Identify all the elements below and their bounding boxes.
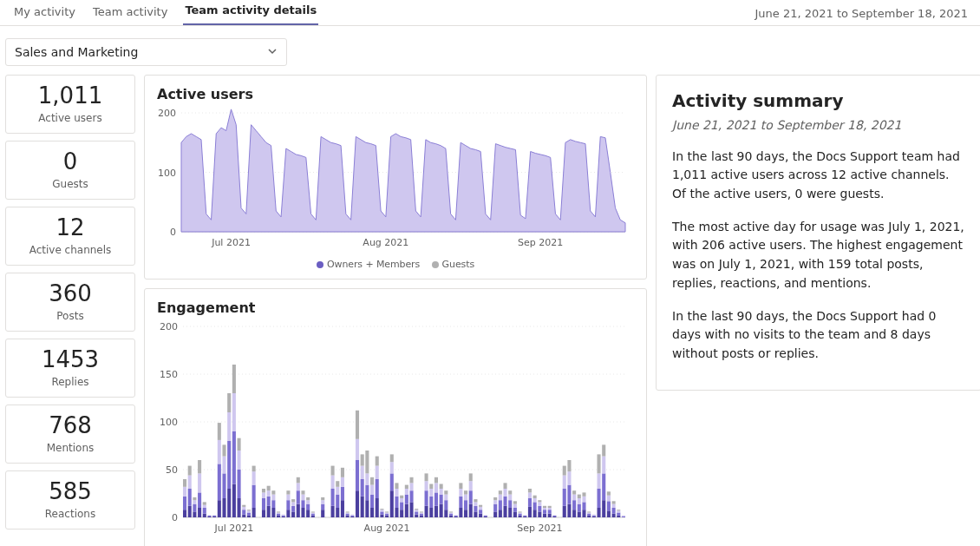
stat-label: Reactions (10, 508, 131, 520)
svg-rect-280 (533, 510, 537, 517)
svg-rect-24 (183, 510, 186, 517)
svg-rect-290 (543, 508, 546, 510)
svg-rect-61 (232, 431, 236, 484)
svg-rect-152 (361, 466, 364, 479)
svg-rect-147 (356, 460, 359, 490)
svg-rect-192 (409, 483, 413, 490)
svg-rect-122 (311, 511, 315, 512)
svg-rect-160 (370, 485, 374, 495)
team-selector[interactable]: Sales and Marketing (5, 38, 287, 66)
svg-rect-130 (331, 466, 335, 476)
svg-rect-66 (238, 451, 241, 470)
svg-rect-236 (469, 504, 473, 517)
svg-rect-215 (440, 495, 443, 504)
svg-rect-222 (449, 516, 453, 517)
svg-rect-95 (277, 511, 280, 512)
svg-rect-85 (267, 497, 271, 506)
stat-label: Guests (10, 178, 131, 190)
svg-rect-217 (440, 484, 443, 490)
svg-rect-263 (508, 500, 512, 508)
svg-rect-131 (336, 508, 339, 517)
svg-rect-128 (331, 489, 335, 506)
svg-rect-237 (469, 490, 473, 503)
svg-rect-92 (277, 516, 280, 517)
stat-value: 12 (10, 214, 131, 240)
tab-team-activity-details[interactable]: Team activity details (183, 0, 318, 25)
svg-rect-64 (238, 498, 241, 517)
svg-rect-133 (336, 487, 339, 495)
svg-rect-38 (198, 473, 201, 492)
stat-active-users[interactable]: 1,011 Active users (5, 75, 135, 134)
svg-rect-312 (578, 498, 581, 504)
svg-rect-308 (572, 495, 576, 501)
svg-rect-244 (479, 514, 482, 517)
svg-rect-340 (612, 501, 616, 503)
svg-text:Aug 2021: Aug 2021 (363, 237, 408, 248)
tab-team-activity[interactable]: Team activity (91, 0, 169, 25)
svg-rect-75 (247, 510, 251, 510)
svg-rect-62 (232, 393, 236, 431)
svg-rect-231 (459, 483, 462, 489)
svg-rect-189 (405, 485, 408, 489)
svg-rect-266 (513, 511, 517, 517)
svg-rect-196 (415, 510, 418, 511)
stat-active-channels[interactable]: 12 Active channels (5, 207, 135, 266)
svg-rect-163 (376, 479, 379, 498)
svg-rect-148 (356, 439, 359, 460)
svg-rect-37 (198, 492, 201, 508)
svg-rect-65 (238, 470, 241, 498)
svg-rect-295 (548, 506, 552, 508)
svg-rect-250 (493, 511, 497, 517)
chart-title: Active users (157, 86, 634, 102)
svg-rect-218 (444, 510, 448, 517)
svg-rect-83 (262, 489, 265, 492)
svg-rect-317 (582, 492, 585, 496)
svg-rect-105 (291, 502, 295, 505)
svg-text:Jul 2021: Jul 2021 (211, 237, 251, 248)
tab-my-activity[interactable]: My activity (12, 0, 77, 25)
svg-rect-260 (503, 489, 506, 497)
summary-title: Activity summary (672, 88, 965, 115)
svg-rect-219 (444, 500, 448, 510)
svg-rect-240 (474, 511, 477, 517)
svg-rect-43 (203, 502, 206, 504)
svg-rect-97 (282, 516, 285, 516)
svg-rect-119 (311, 516, 315, 517)
stat-guests[interactable]: 0 Guests (5, 141, 135, 200)
svg-rect-243 (474, 499, 477, 502)
svg-rect-278 (528, 492, 532, 498)
svg-rect-99 (286, 510, 290, 517)
svg-rect-153 (361, 454, 364, 465)
svg-rect-268 (513, 504, 517, 508)
svg-rect-178 (395, 508, 398, 517)
svg-rect-135 (341, 500, 344, 517)
svg-rect-79 (252, 466, 256, 472)
stat-label: Active channels (10, 244, 131, 256)
stat-replies[interactable]: 1453 Replies (5, 339, 135, 398)
svg-rect-169 (380, 509, 383, 510)
svg-text:200: 200 (158, 108, 176, 119)
legend-label: Guests (442, 259, 474, 270)
svg-rect-123 (321, 510, 324, 517)
svg-rect-42 (203, 505, 206, 508)
svg-text:0: 0 (170, 227, 176, 238)
svg-rect-194 (415, 515, 418, 517)
stats-column: 1,011 Active users 0 Guests 12 Active ch… (5, 75, 135, 546)
stat-mentions[interactable]: 768 Mentions (5, 405, 135, 464)
stat-reactions[interactable]: 585 Reactions (5, 470, 135, 530)
svg-text:Aug 2021: Aug 2021 (364, 523, 410, 534)
svg-rect-88 (271, 508, 275, 517)
svg-rect-93 (277, 514, 280, 516)
svg-rect-316 (582, 497, 585, 503)
svg-rect-144 (350, 516, 354, 516)
svg-text:200: 200 (160, 321, 178, 332)
svg-rect-74 (247, 510, 251, 512)
svg-rect-121 (311, 513, 315, 514)
svg-rect-300 (563, 476, 566, 489)
svg-rect-306 (572, 510, 576, 517)
svg-rect-330 (602, 473, 605, 500)
stat-posts[interactable]: 360 Posts (5, 273, 135, 332)
svg-rect-30 (188, 476, 192, 489)
svg-rect-91 (271, 490, 275, 494)
svg-rect-233 (464, 500, 467, 510)
